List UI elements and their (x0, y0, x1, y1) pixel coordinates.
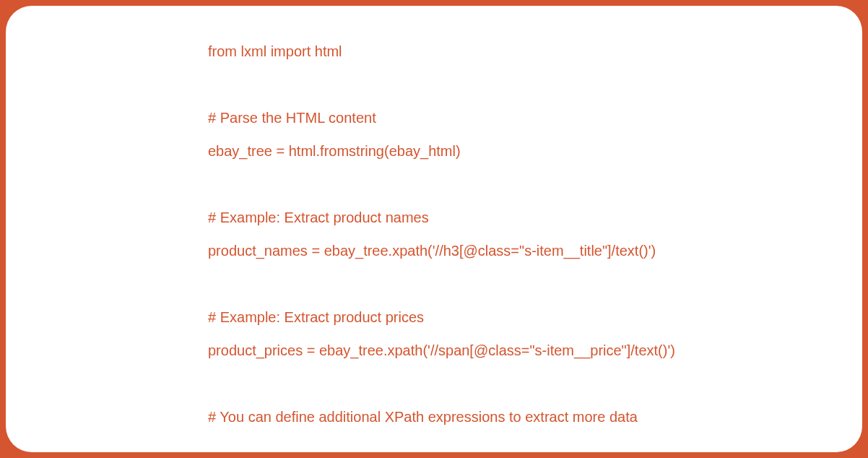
code-line: product_prices = ebay_tree.xpath('//span… (208, 342, 675, 358)
code-line: # Example: Extract product names (208, 209, 429, 225)
code-line: # Parse the HTML content (208, 110, 376, 126)
code-block: from lxml import html # Parse the HTML c… (208, 35, 841, 433)
code-panel: from lxml import html # Parse the HTML c… (6, 6, 862, 452)
code-line: product_names = ebay_tree.xpath('//h3[@c… (208, 243, 656, 259)
code-line: from lxml import html (208, 43, 342, 59)
code-line: # Example: Extract product prices (208, 309, 424, 325)
code-line: ebay_tree = html.fromstring(ebay_html) (208, 143, 461, 159)
code-line: # You can define additional XPath expres… (208, 409, 638, 425)
